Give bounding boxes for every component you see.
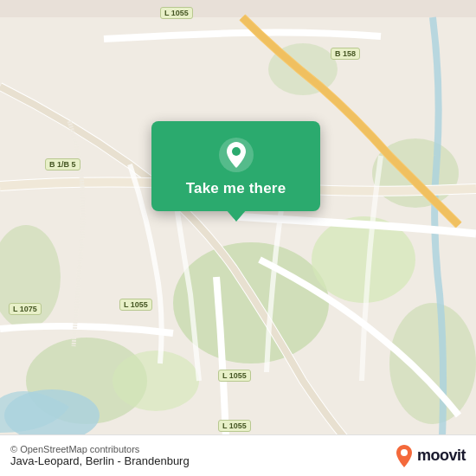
road-label-l1055-low: L 1055 <box>218 370 251 382</box>
popup-card[interactable]: Take me there <box>151 121 320 211</box>
copyright-text: © OpenStreetMap contributors <box>10 444 190 454</box>
road-label-b158: B 158 <box>331 48 360 60</box>
road-label-b1b5: B 1/B 5 <box>45 158 80 170</box>
road-label-l1055-bot: L 1055 <box>218 420 251 432</box>
moovit-logo: moovit <box>395 444 466 468</box>
moovit-logo-text: moovit <box>417 447 466 465</box>
bottom-bar: © OpenStreetMap contributors Java-Leopar… <box>0 434 476 476</box>
bottom-left-info: © OpenStreetMap contributors Java-Leopar… <box>10 444 190 467</box>
svg-point-7 <box>113 351 199 411</box>
moovit-pin-icon <box>395 444 414 468</box>
svg-point-6 <box>389 303 476 424</box>
take-me-there-button[interactable]: Take me there <box>186 180 286 197</box>
road-label-l1055-mid: L 1055 <box>119 299 152 311</box>
map-svg <box>0 0 476 476</box>
location-text: Java-Leopard, Berlin - Brandenburg <box>10 454 190 467</box>
svg-point-12 <box>232 147 241 156</box>
map-container: L 1055 B 158 B 1/B 5 L 1055 L 1055 L 105… <box>0 0 476 476</box>
road-label-l1075: L 1075 <box>9 303 42 315</box>
road-label-l1055-top: L 1055 <box>160 7 193 19</box>
svg-point-13 <box>401 449 408 456</box>
location-pin-icon <box>218 137 254 173</box>
